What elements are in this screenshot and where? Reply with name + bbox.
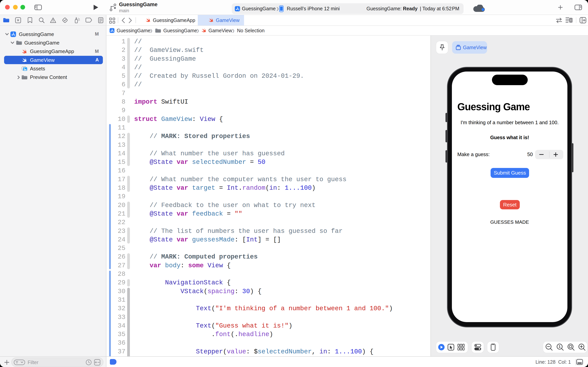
svg-text:1: 1: [559, 344, 561, 349]
